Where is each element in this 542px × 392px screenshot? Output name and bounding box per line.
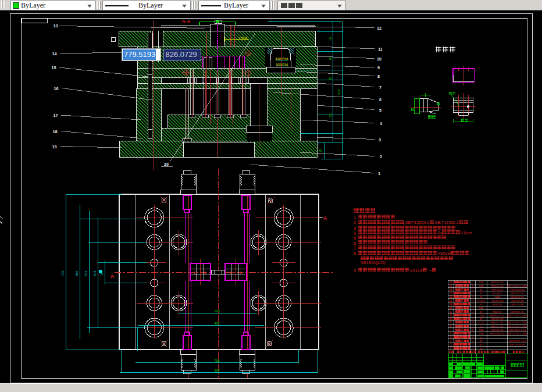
- svg-text:13: 13: [54, 23, 58, 28]
- svg-text:708: 708: [214, 359, 219, 362]
- svg-text:12: 12: [377, 26, 381, 31]
- svg-text:Ra: Ra: [437, 231, 443, 235]
- svg-text:6: 6: [472, 284, 474, 287]
- svg-text:1: 1: [472, 343, 474, 346]
- svg-text:20: 20: [480, 295, 483, 298]
- svg-text:15: 15: [329, 37, 332, 41]
- svg-text:10: 10: [449, 318, 452, 320]
- svg-text:GB/T170-85: GB/T170-85: [510, 292, 524, 295]
- svg-text:HB6624-320: HB6624-320: [490, 314, 504, 317]
- svg-text:4: 4: [472, 318, 474, 320]
- svg-text:GB0170-88: GB0170-88: [511, 303, 524, 306]
- svg-text:MBC34: MBC34: [493, 311, 501, 313]
- svg-text:45: 45: [480, 343, 483, 346]
- svg-text:510: 510: [337, 89, 341, 94]
- svg-text:A: A: [323, 215, 327, 221]
- svg-text:4: 4: [472, 321, 474, 324]
- svg-text:1: 1: [472, 347, 474, 350]
- svg-text:T8A: T8A: [479, 329, 483, 332]
- svg-text:8: 8: [377, 74, 380, 79]
- svg-text:GB/T4169-84: GB/T4169-84: [509, 343, 525, 346]
- svg-text:HB6751-93: HB6751-93: [491, 300, 504, 302]
- svg-text:45: 45: [480, 288, 483, 291]
- svg-text:400: 400: [214, 322, 219, 325]
- svg-text:1: 1: [472, 332, 474, 335]
- svg-text:45: 45: [480, 340, 483, 343]
- svg-text:GB/T12555.2: GB/T12555.2: [405, 220, 429, 224]
- svg-text:9: 9: [450, 321, 452, 324]
- svg-text:4: 4: [380, 121, 382, 126]
- svg-text:1: 1: [472, 288, 474, 291]
- svg-text:4: 4: [472, 307, 474, 309]
- svg-text:45: 45: [480, 303, 483, 306]
- svg-text:T10A: T10A: [478, 314, 484, 317]
- svg-text:11: 11: [378, 47, 383, 52]
- svg-text:181: 181: [329, 112, 332, 117]
- svg-text:12: 12: [449, 311, 452, 313]
- svg-text:MUSCM: MUSCM: [492, 303, 502, 306]
- svg-text:4: 4: [472, 336, 474, 339]
- svg-text:T10A: T10A: [494, 295, 500, 298]
- svg-text:4: 4: [472, 295, 474, 298]
- svg-text:A: A: [110, 273, 115, 279]
- svg-text:200: 200: [214, 309, 219, 313]
- svg-text:1: 1: [472, 311, 474, 313]
- svg-text:4: 4: [472, 300, 474, 302]
- svg-text:HB4056-84: HB4056-84: [491, 329, 504, 332]
- svg-text:45: 45: [480, 347, 483, 350]
- svg-text:25: 25: [329, 77, 332, 80]
- svg-text:45: 45: [480, 318, 483, 320]
- svg-text:45: 45: [480, 336, 483, 339]
- svg-text:3: 3: [450, 343, 452, 346]
- svg-text:16: 16: [54, 86, 59, 91]
- svg-text:GB/T4169.1-1984: GB/T4169.1-1984: [507, 332, 527, 335]
- svg-text:7: 7: [379, 85, 381, 90]
- svg-text:45: 45: [480, 311, 483, 313]
- svg-text:GB/T4169.1-84: GB/T4169.1-84: [508, 329, 526, 332]
- svg-text:1: 1: [378, 171, 380, 176]
- svg-text:0.8um: 0.8um: [461, 231, 472, 235]
- svg-text:3: 3: [379, 137, 381, 142]
- svg-text:GB/T170-85: GB/T170-85: [510, 295, 524, 298]
- svg-text:5: 5: [379, 108, 381, 113]
- svg-text:1: 1: [472, 292, 474, 295]
- svg-text:20: 20: [449, 281, 452, 284]
- svg-text:75: 75: [319, 149, 322, 152]
- svg-text:HB/T4169-84: HB/T4169-84: [490, 332, 505, 335]
- svg-text:T8A: T8A: [479, 307, 483, 309]
- svg-text:HB4056-84: HB4056-84: [491, 284, 504, 287]
- svg-text:15: 15: [52, 65, 56, 70]
- svg-text:1: 1: [472, 281, 474, 284]
- svg-text:HB6751-84: HB6751-84: [491, 325, 504, 328]
- svg-text:6: 6: [379, 97, 381, 102]
- svg-text:GB/T4169.4-1984: GB/T4169.4-1984: [507, 325, 527, 328]
- svg-text:575: 575: [84, 270, 88, 276]
- svg-text:T8A: T8A: [479, 284, 483, 287]
- svg-text:14: 14: [52, 51, 57, 56]
- svg-text:A-A: A-A: [181, 19, 190, 24]
- svg-text:20: 20: [164, 162, 169, 167]
- svg-text:15: 15: [449, 300, 452, 302]
- svg-text:19: 19: [449, 284, 452, 287]
- svg-text:10: 10: [377, 56, 381, 62]
- svg-text:1: 1: [472, 314, 474, 317]
- svg-text:2: 2: [450, 347, 452, 350]
- svg-text:Φ20H7/k6: Φ20H7/k6: [276, 63, 288, 66]
- svg-text:6: 6: [450, 332, 452, 335]
- svg-text:6: 6: [472, 329, 474, 332]
- svg-text:8: 8: [450, 325, 452, 328]
- svg-text:1: 1: [472, 340, 474, 343]
- svg-text:HB6751-84: HB6751-84: [491, 321, 504, 324]
- svg-text:4×M16: 4×M16: [239, 37, 248, 40]
- svg-text:HB6751-93: HB6751-93: [491, 318, 504, 320]
- svg-text:14: 14: [449, 303, 452, 306]
- svg-text:GB/T12556.2: GB/T12556.2: [434, 220, 459, 224]
- svg-text:Φ30H7/m6: Φ30H7/m6: [276, 58, 289, 60]
- svg-text:GB1184: GB1184: [409, 268, 424, 272]
- svg-text:1: 1: [472, 325, 474, 328]
- svg-text:GB/T170-85: GB/T170-85: [510, 311, 524, 313]
- svg-text:650: 650: [75, 270, 79, 276]
- svg-text:HB4056-84: HB4056-84: [491, 281, 504, 284]
- svg-text:GB/T4169.1-1984: GB/T4169.1-1984: [507, 284, 527, 287]
- svg-text:M12(45): M12(45): [492, 292, 502, 295]
